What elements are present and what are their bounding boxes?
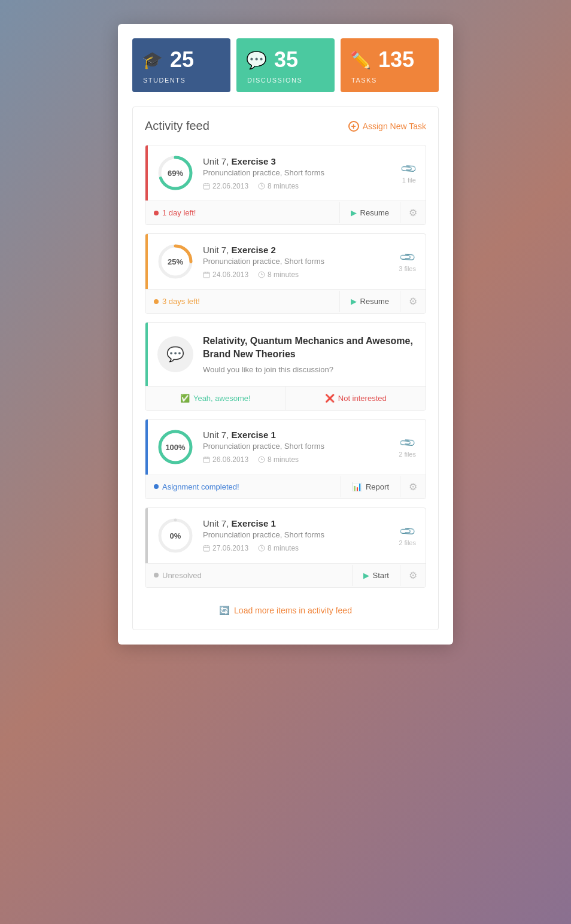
- play-icon-start: ▶: [363, 571, 369, 580]
- gear-btn-ex2[interactable]: ⚙: [400, 290, 426, 313]
- card-content-ex1-complete: Unit 7, Exercise 1 Pronunciation practic…: [203, 430, 389, 464]
- progress-circle-ex1-unresolved: 0%: [157, 518, 193, 554]
- card-footer-ex2: 3 days left! ▶ Resume ⚙: [145, 289, 426, 313]
- duration-ex1-unresolved: 8 minutes: [258, 544, 299, 552]
- date-ex3: 22.06.2013: [203, 182, 248, 190]
- yeah-awesome-btn[interactable]: ✅ Yeah, awesome!: [145, 387, 286, 410]
- bar-chart-icon: 📊: [352, 482, 362, 491]
- card-footer-ex1-unresolved: Unresolved ▶ Start ⚙: [145, 563, 426, 587]
- x-circle-icon: ❌: [325, 394, 335, 403]
- students-label: STUDENTS: [142, 77, 186, 84]
- exercise-name-ex1-unresolved: Exercise 1: [232, 518, 276, 528]
- svg-rect-2: [204, 184, 209, 189]
- discussion-footer: ✅ Yeah, awesome! ❌ Not interested: [145, 386, 426, 410]
- gear-btn-ex1-complete[interactable]: ⚙: [400, 475, 426, 499]
- students-count: 25: [170, 49, 194, 71]
- svg-rect-11: [204, 272, 209, 278]
- discussion-subtitle: Would you like to join this discussion?: [203, 365, 416, 374]
- gear-btn-ex3[interactable]: ⚙: [400, 201, 426, 224]
- stats-row: 🎓 25 STUDENTS 💬 35 DISCUSSIONS ✏️ 135 TA…: [132, 38, 439, 92]
- not-interested-btn[interactable]: ❌ Not interested: [286, 387, 426, 410]
- activity-card-ex1-complete: 100% Unit 7, Exercise 1 Pronunciation pr…: [145, 419, 426, 499]
- progress-label-ex2: 25%: [168, 257, 183, 266]
- play-icon-ex3: ▶: [351, 208, 357, 217]
- start-btn[interactable]: ▶ Start: [353, 565, 400, 586]
- tasks-count: 135: [378, 49, 414, 71]
- main-card: 🎓 25 STUDENTS 💬 35 DISCUSSIONS ✏️ 135 TA…: [118, 24, 453, 645]
- exercise-name-ex1-complete: Exercise 1: [232, 430, 276, 440]
- paperclip-icon-ex2: 📎: [398, 248, 417, 266]
- pencil-icon: ✏️: [350, 50, 371, 70]
- status-dot-ex1-complete: [154, 484, 159, 489]
- card-meta-ex2: 24.06.2013 8 minutes: [203, 270, 389, 279]
- play-icon-ex2: ▶: [351, 297, 357, 306]
- attachment-ex1-complete: 📎 2 files: [399, 436, 416, 458]
- progress-label-ex1-complete: 100%: [165, 442, 185, 451]
- progress-circle-ex3: 69%: [157, 155, 193, 191]
- activity-card-ex1-unresolved: 0% Unit 7, Exercise 1 Pronunciation prac…: [145, 507, 426, 588]
- date-ex1-unresolved: 27.06.2013: [203, 544, 248, 552]
- report-btn[interactable]: 📊 Report: [341, 476, 400, 497]
- card-main-ex2: 25% Unit 7, Exercise 2 Pronunciation pra…: [145, 234, 426, 289]
- card-footer-ex1-complete: Asignment completed! 📊 Report ⚙: [145, 475, 426, 499]
- card-content-discussion: Relativity, Quantum Mechanics and Awesom…: [203, 335, 416, 374]
- discussions-count: 35: [274, 49, 298, 71]
- progress-label-ex1-unresolved: 0%: [170, 531, 181, 540]
- status-ex2: 3 days left!: [145, 291, 340, 312]
- progress-label-ex3: 69%: [168, 169, 183, 178]
- card-meta-ex1-complete: 26.06.2013 8 minutes: [203, 455, 389, 464]
- stat-discussions[interactable]: 💬 35 DISCUSSIONS: [236, 38, 335, 92]
- status-ex3: 1 day left!: [145, 202, 340, 223]
- duration-ex3: 8 minutes: [258, 182, 299, 190]
- unit-label-ex2: Unit 7, Exercise 2: [203, 245, 389, 255]
- svg-rect-20: [204, 457, 209, 463]
- graduation-icon: 🎓: [142, 50, 163, 70]
- feed-header: Activity feed + Assign New Task: [145, 119, 426, 133]
- tasks-label: TASKS: [350, 77, 377, 84]
- card-main-ex1-complete: 100% Unit 7, Exercise 1 Pronunciation pr…: [145, 420, 426, 475]
- date-ex2: 24.06.2013: [203, 270, 248, 279]
- resume-btn-ex3[interactable]: ▶ Resume: [340, 202, 400, 223]
- status-dot-ex3: [154, 211, 159, 215]
- status-dot-ex1-unresolved: [154, 573, 159, 578]
- card-main-ex1-unresolved: 0% Unit 7, Exercise 1 Pronunciation prac…: [145, 508, 426, 563]
- gear-btn-ex1-unresolved[interactable]: ⚙: [400, 564, 426, 587]
- svg-rect-29: [204, 546, 209, 551]
- feed-title: Activity feed: [145, 119, 209, 133]
- card-content-ex3: Unit 7, Exercise 3 Pronunciation practic…: [203, 156, 393, 190]
- activity-card-ex2: 25% Unit 7, Exercise 2 Pronunciation pra…: [145, 233, 426, 314]
- check-circle-icon: ✅: [180, 394, 190, 403]
- card-meta-ex1-unresolved: 27.06.2013 8 minutes: [203, 544, 389, 552]
- status-ex1-unresolved: Unresolved: [145, 565, 353, 586]
- stat-tasks[interactable]: ✏️ 135 TASKS: [341, 38, 439, 92]
- unit-label-ex1-complete: Unit 7, Exercise 1: [203, 430, 389, 440]
- chat-icon: 💬: [246, 50, 267, 70]
- activity-card-discussion: 💬 Relativity, Quantum Mechanics and Awes…: [145, 322, 426, 411]
- load-more-btn[interactable]: 🔄 Load more items in activity feed: [145, 596, 426, 618]
- discussions-label: DISCUSSIONS: [246, 77, 302, 84]
- assign-btn-label: Assign New Task: [363, 121, 426, 131]
- status-ex1-complete: Asignment completed!: [145, 476, 341, 497]
- attachment-ex1-unresolved: 📎 2 files: [399, 525, 416, 546]
- subtitle-ex1-unresolved: Pronunciation practice, Short forms: [203, 530, 389, 539]
- paperclip-icon-ex1-unresolved: 📎: [398, 522, 417, 540]
- resume-btn-ex2[interactable]: ▶ Resume: [340, 291, 400, 312]
- card-main-discussion: 💬 Relativity, Quantum Mechanics and Awes…: [145, 323, 426, 386]
- discussion-title: Relativity, Quantum Mechanics and Awesom…: [203, 335, 416, 361]
- attachment-ex3: 📎 1 file: [402, 162, 416, 184]
- assign-new-task-button[interactable]: + Assign New Task: [348, 121, 426, 132]
- exercise-name-ex3: Exercise 3: [232, 156, 276, 166]
- subtitle-ex2: Pronunciation practice, Short forms: [203, 257, 389, 266]
- unit-label-ex1-unresolved: Unit 7, Exercise 1: [203, 518, 389, 528]
- duration-ex2: 8 minutes: [258, 270, 299, 279]
- card-content-ex1-unresolved: Unit 7, Exercise 1 Pronunciation practic…: [203, 518, 389, 552]
- activity-feed-section: Activity feed + Assign New Task 69% Uni: [132, 107, 439, 630]
- discussion-circle-icon: 💬: [157, 336, 193, 372]
- progress-circle-ex1-complete: 100%: [157, 429, 193, 465]
- attachment-ex2: 📎 3 files: [399, 251, 416, 272]
- stat-students[interactable]: 🎓 25 STUDENTS: [132, 38, 230, 92]
- exercise-name-ex2: Exercise 2: [232, 245, 276, 255]
- status-dot-ex2: [154, 299, 159, 304]
- card-meta-ex3: 22.06.2013 8 minutes: [203, 182, 393, 190]
- paperclip-icon-ex1-complete: 📎: [398, 433, 417, 452]
